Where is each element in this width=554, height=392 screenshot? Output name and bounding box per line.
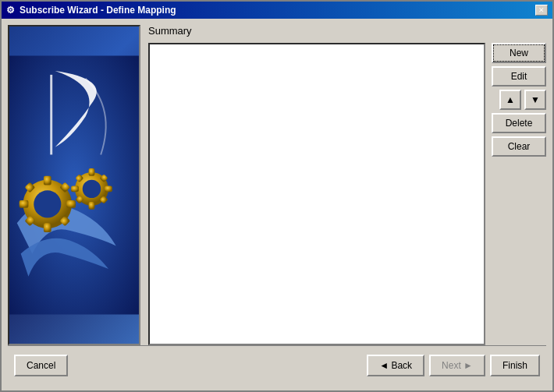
svg-rect-14 [89, 168, 95, 176]
delete-button[interactable]: Delete [492, 113, 546, 133]
svg-rect-17 [71, 185, 79, 192]
back-button[interactable]: ◄ Back [367, 355, 424, 376]
main-body: Summary New Edit ▲ ▼ Delete Clear [8, 25, 546, 345]
up-button[interactable]: ▲ [499, 90, 521, 110]
svg-rect-7 [20, 200, 29, 208]
svg-point-3 [34, 190, 61, 217]
footer-right: ◄ Back Next ► Finish [367, 355, 540, 376]
svg-rect-4 [44, 176, 51, 185]
svg-rect-15 [89, 202, 95, 210]
summary-label: Summary [148, 25, 546, 37]
next-button[interactable]: Next ► [429, 355, 485, 376]
cancel-button[interactable]: Cancel [14, 355, 68, 376]
clear-button[interactable]: Clear [492, 136, 546, 157]
edit-button[interactable]: Edit [492, 66, 546, 87]
svg-rect-6 [66, 200, 76, 208]
side-buttons: New Edit ▲ ▼ Delete Clear [492, 43, 546, 345]
svg-rect-5 [44, 223, 51, 232]
svg-rect-16 [105, 185, 112, 192]
window-title: Subscribe Wizard - Define Mapping [20, 5, 176, 16]
content-area: Summary New Edit ▲ ▼ Delete Clear [2, 19, 552, 390]
close-button[interactable]: ✕ [535, 5, 548, 16]
summary-area-row: New Edit ▲ ▼ Delete Clear [148, 43, 546, 345]
down-button[interactable]: ▼ [524, 90, 546, 110]
right-panel: Summary New Edit ▲ ▼ Delete Clear [148, 25, 546, 345]
window-icon: ⚙ [6, 5, 15, 16]
new-button[interactable]: New [492, 43, 546, 63]
arrow-row: ▲ ▼ [499, 90, 546, 110]
title-bar: ⚙ Subscribe Wizard - Define Mapping ✕ [2, 2, 552, 19]
title-bar-controls: ✕ [535, 5, 548, 16]
finish-button[interactable]: Finish [490, 355, 540, 376]
main-window: ⚙ Subscribe Wizard - Define Mapping ✕ [0, 0, 554, 392]
footer: Cancel ◄ Back Next ► Finish [8, 345, 546, 384]
footer-left: Cancel [14, 355, 68, 376]
wizard-graphic [9, 26, 139, 344]
summary-textbox [148, 43, 485, 345]
wizard-image-panel [8, 25, 140, 345]
svg-point-13 [83, 180, 101, 198]
